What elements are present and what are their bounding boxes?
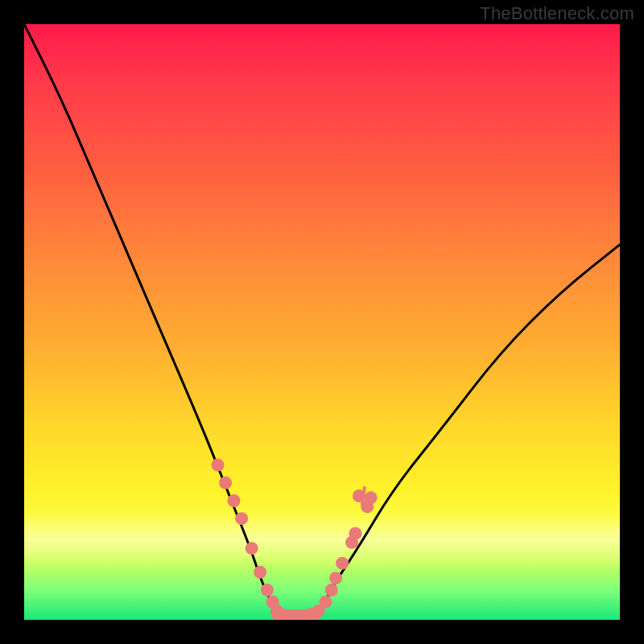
bottleneck-curve: [24, 24, 620, 620]
curve-markers: [212, 459, 378, 620]
curve-markers-left-dot: [212, 459, 225, 472]
bottleneck-curve-path: [24, 24, 620, 620]
curve-markers-left-dot: [261, 584, 274, 597]
curve-markers-right-dot: [325, 584, 338, 597]
chart-svg: [24, 24, 620, 620]
curve-markers-right-dot: [336, 557, 349, 570]
curve-markers-left-dot: [254, 566, 266, 579]
curve-markers-left-dot: [246, 542, 258, 555]
plot-area: [24, 24, 620, 620]
curve-markers-left-dot: [227, 494, 240, 507]
curve-markers-right-dot: [319, 596, 332, 609]
curve-markers-right-dot: [349, 527, 361, 540]
curve-markers-right-dot: [329, 572, 342, 584]
curve-markers-left-dot: [219, 477, 232, 489]
curve-markers-left-dot: [235, 512, 248, 525]
watermark-text: TheBottleneck.com: [480, 3, 634, 24]
curve-markers-right-dot: [365, 491, 378, 504]
chart-frame: TheBottleneck.com: [0, 0, 644, 644]
